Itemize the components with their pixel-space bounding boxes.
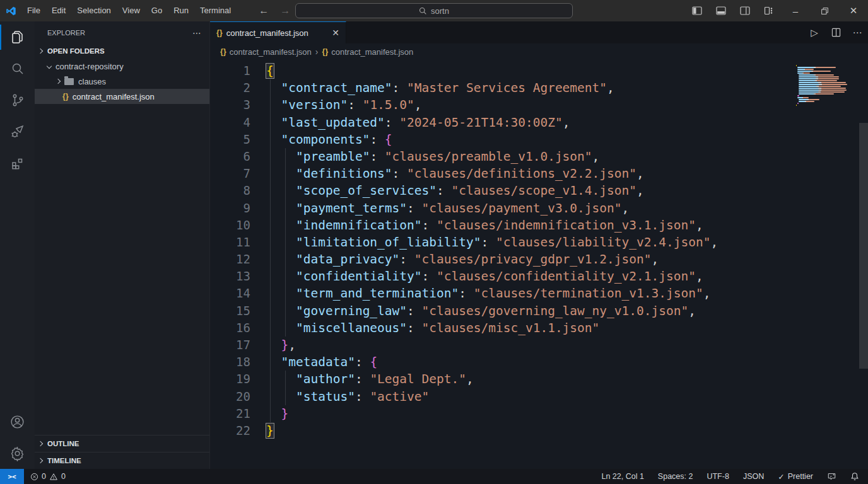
line-number: 13	[210, 268, 250, 285]
code-line[interactable]: 8 "scope_of_services": "clauses/scope_v1…	[210, 182, 868, 199]
code-line[interactable]: 20 "status": "active"	[210, 388, 868, 405]
code-line[interactable]: 2 "contract_name": "Master Services Agre…	[210, 79, 868, 96]
outline-section[interactable]: OUTLINE	[35, 435, 209, 452]
menu-terminal[interactable]: Terminal	[194, 0, 237, 21]
code-line[interactable]: 19 "author": "Legal Dept.",	[210, 371, 868, 388]
notifications-bell-icon[interactable]	[850, 472, 859, 481]
toggle-primary-sidebar-icon[interactable]	[685, 0, 709, 21]
code-line[interactable]: 3 "version": "1.5.0",	[210, 96, 868, 113]
open-folders-section[interactable]: OPEN FOLDERS	[35, 43, 209, 59]
tree-item-clauses[interactable]: clauses	[35, 74, 209, 89]
code-line[interactable]: 22}	[210, 422, 868, 439]
title-bar: File Edit Selection View Go Run Terminal…	[0, 0, 868, 21]
line-number: 14	[210, 285, 250, 302]
menu-selection[interactable]: Selection	[71, 0, 116, 21]
tab-contract-manifest[interactable]: { } contract_manifest.json ✕	[210, 21, 346, 43]
code-line[interactable]: 18 "metadata": {	[210, 354, 868, 371]
warning-icon	[49, 473, 58, 481]
minimap[interactable]	[796, 65, 852, 107]
menu-run[interactable]: Run	[168, 0, 194, 21]
toggle-secondary-sidebar-icon[interactable]	[733, 0, 757, 21]
code-line[interactable]: 5 "components": {	[210, 131, 868, 148]
restore-button[interactable]	[810, 0, 839, 21]
tree-item-contract-repository[interactable]: contract-repository	[35, 59, 209, 74]
close-window-button[interactable]: ✕	[839, 0, 868, 21]
code-line[interactable]: 10 "indemnification": "clauses/indemnifi…	[210, 217, 868, 234]
menu-go[interactable]: Go	[146, 0, 168, 21]
editor-group: { } contract_manifest.json ✕ ▷ ⋯ { } con…	[210, 21, 868, 469]
search-sidebar-icon[interactable]	[0, 53, 35, 84]
line-number: 7	[210, 165, 250, 182]
source-control-icon[interactable]	[0, 84, 35, 116]
code-line[interactable]: 16 "miscellaneous": "clauses/misc_v1.1.j…	[210, 320, 868, 337]
explorer-more-actions-icon[interactable]: ⋯	[192, 28, 202, 38]
run-file-icon[interactable]: ▷	[804, 27, 825, 38]
code-line[interactable]: 4 "last_updated": "2024-05-21T14:30:00Z"…	[210, 114, 868, 131]
code-line[interactable]: 21 }	[210, 405, 868, 422]
command-center-search[interactable]: sortn	[295, 3, 573, 18]
line-number: 20	[210, 388, 250, 405]
code-editor[interactable]: 1{2 "contract_name": "Master Services Ag…	[210, 60, 868, 469]
code-line[interactable]: 13 "confidentiality": "clauses/confident…	[210, 268, 868, 285]
code-line[interactable]: 15 "governing_law": "clauses/governing_l…	[210, 302, 868, 320]
breadcrumb-file[interactable]: contract_manifest.json	[230, 47, 312, 57]
tab-bar: { } contract_manifest.json ✕ ▷ ⋯	[210, 21, 868, 43]
menu-file[interactable]: File	[21, 0, 46, 21]
chevron-right-icon	[38, 441, 43, 446]
minimize-button[interactable]: –	[781, 0, 810, 21]
line-number: 12	[210, 251, 250, 268]
tab-close-icon[interactable]: ✕	[332, 28, 339, 38]
line-number: 5	[210, 131, 250, 148]
activity-bar	[0, 21, 35, 469]
back-arrow-icon[interactable]: ←	[253, 5, 274, 16]
toggle-panel-icon[interactable]	[709, 0, 733, 21]
forward-arrow-icon[interactable]: →	[274, 5, 296, 16]
code-line[interactable]: 11 "limitation_of_liability": "clauses/l…	[210, 234, 868, 251]
line-number: 18	[210, 354, 250, 371]
language-mode[interactable]: JSON	[743, 472, 764, 481]
problems-errors[interactable]: 0	[30, 472, 46, 481]
breadcrumb-separator-icon: ›	[315, 47, 319, 57]
line-number: 3	[210, 96, 250, 113]
code-line[interactable]: 12 "data_privacy": "clauses/privacy_gdpr…	[210, 251, 868, 268]
accounts-icon[interactable]	[0, 406, 35, 437]
code-line[interactable]: 6 "preamble": "clauses/preamble_v1.0.jso…	[210, 148, 868, 165]
customize-layout-icon[interactable]	[757, 0, 781, 21]
line-number: 16	[210, 320, 250, 337]
search-icon	[419, 7, 427, 15]
timeline-section[interactable]: TIMELINE	[35, 452, 209, 469]
tab-label: contract_manifest.json	[226, 28, 308, 38]
breadcrumb-symbol[interactable]: contract_manifest.json	[331, 47, 413, 57]
line-number: 9	[210, 200, 250, 217]
split-editor-icon[interactable]	[825, 28, 847, 37]
menu-view[interactable]: View	[117, 0, 146, 21]
code-line[interactable]: 14 "term_and_termination": "clauses/term…	[210, 285, 868, 302]
line-number: 17	[210, 337, 250, 354]
code-line[interactable]: 9 "payment_terms": "clauses/payment_v3.0…	[210, 200, 868, 217]
vertical-scrollbar[interactable]	[859, 123, 868, 369]
problems-warnings[interactable]: 0	[49, 472, 66, 481]
explorer-title: EXPLORER	[47, 29, 85, 37]
line-number: 15	[210, 302, 250, 320]
feedback-icon[interactable]	[827, 472, 836, 481]
line-number: 19	[210, 371, 250, 388]
tree-item-contract-manifest[interactable]: { } contract_manifest.json	[35, 89, 209, 104]
menu-edit[interactable]: Edit	[46, 0, 71, 21]
indentation-setting[interactable]: Spaces: 2	[658, 472, 693, 481]
line-number: 10	[210, 217, 250, 234]
encoding-setting[interactable]: UTF-8	[707, 472, 729, 481]
explorer-icon[interactable]	[0, 21, 35, 53]
open-folders-label: OPEN FOLDERS	[47, 47, 105, 55]
code-line[interactable]: 17 },	[210, 337, 868, 354]
editor-more-actions-icon[interactable]: ⋯	[847, 27, 868, 38]
line-number: 6	[210, 148, 250, 165]
line-number: 8	[210, 182, 250, 199]
code-line[interactable]: 7 "definitions": "clauses/definitions_v2…	[210, 165, 868, 182]
code-line[interactable]: 1{	[210, 62, 868, 79]
cursor-position[interactable]: Ln 22, Col 1	[601, 472, 643, 481]
settings-gear-icon[interactable]	[0, 437, 35, 469]
run-and-debug-icon[interactable]	[0, 116, 35, 147]
extensions-icon[interactable]	[0, 147, 35, 179]
formatter-status[interactable]: ✓ Prettier	[778, 472, 813, 481]
remote-indicator[interactable]: ><	[0, 469, 24, 484]
